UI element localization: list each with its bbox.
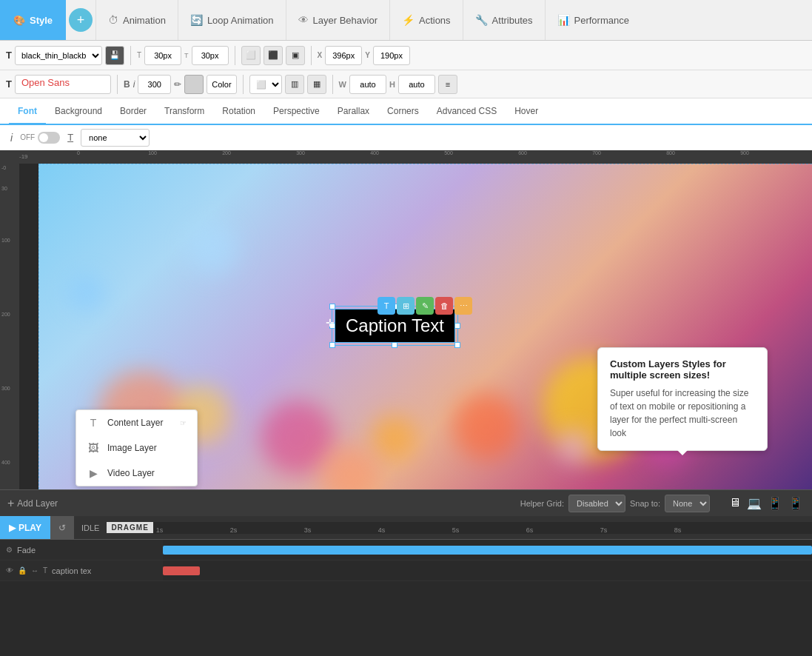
align-btn-3[interactable]: ▦ bbox=[307, 75, 326, 94]
handle-br[interactable] bbox=[454, 342, 460, 348]
mobile-icon[interactable]: 📱 bbox=[787, 495, 805, 512]
ctx-image-icon: 🖼 bbox=[87, 442, 100, 454]
width-input[interactable] bbox=[349, 75, 386, 94]
ctx-content-label: Content Layer bbox=[107, 418, 163, 428]
track-fade-area[interactable] bbox=[163, 540, 812, 560]
ctx-content-layer[interactable]: T Content Layer ☞ bbox=[76, 410, 197, 435]
x-coord-input[interactable] bbox=[325, 46, 362, 65]
laptop-icon[interactable]: 💻 bbox=[745, 495, 763, 512]
toggle-track[interactable] bbox=[38, 132, 60, 144]
more-options-btn[interactable]: ≡ bbox=[438, 75, 457, 94]
time-5s: 5s bbox=[452, 526, 526, 534]
lock-icon[interactable]: 🔒 bbox=[18, 566, 27, 575]
tab-loop-animation[interactable]: 🔄 Loop Animation bbox=[178, 0, 286, 40]
time-7s: 7s bbox=[600, 526, 674, 534]
add-tab-button[interactable]: + bbox=[69, 8, 93, 32]
bold-label: B bbox=[124, 79, 130, 90]
handle-bm[interactable] bbox=[392, 342, 397, 348]
pencil-icon[interactable]: ✏ bbox=[174, 79, 181, 90]
tab-actions[interactable]: ⚡ Actions bbox=[389, 0, 463, 40]
tab-advanced-css[interactable]: Advanced CSS bbox=[428, 99, 506, 124]
canvas-area[interactable]: T ⊞ ✎ 🗑 ⋯ ✛ bbox=[38, 164, 812, 489]
float-edit-btn[interactable]: ✎ bbox=[416, 297, 434, 315]
font-name-display[interactable]: Open Sans bbox=[15, 75, 111, 94]
tab-corners[interactable]: Corners bbox=[378, 99, 428, 124]
float-delete-btn[interactable]: 🗑 bbox=[435, 297, 453, 315]
tab-hover[interactable]: Hover bbox=[506, 99, 547, 124]
bokeh-5 bbox=[453, 393, 520, 460]
tab-animation[interactable]: ⏱ Animation bbox=[95, 0, 178, 40]
save-button[interactable]: 💾 bbox=[105, 46, 124, 65]
color-swatch[interactable] bbox=[184, 75, 204, 94]
ctx-video-layer[interactable]: ▶ Video Layer bbox=[76, 461, 197, 486]
move-handle[interactable]: ✛ bbox=[326, 317, 335, 329]
helper-grid-label: Helper Grid: bbox=[520, 499, 564, 508]
tab-background[interactable]: Background bbox=[46, 99, 111, 124]
font-size-input-1[interactable] bbox=[144, 46, 181, 65]
color-btn[interactable]: Color bbox=[207, 75, 236, 94]
separator-6 bbox=[332, 75, 333, 94]
context-menu: T Content Layer ☞ 🖼 Image Layer ▶ Video … bbox=[76, 409, 198, 486]
font-family-select[interactable]: black_thin_blackb bbox=[15, 46, 102, 65]
snap-to-select[interactable]: None Grid bbox=[665, 495, 710, 512]
time-3s: 3s bbox=[304, 526, 378, 534]
tab-rotation[interactable]: Rotation bbox=[213, 99, 264, 124]
tab-layer-behavior[interactable]: 👁 Layer Behavior bbox=[286, 0, 389, 40]
y-coord-input[interactable] bbox=[373, 46, 410, 65]
on-off-toggle[interactable]: OFF bbox=[20, 132, 60, 144]
tablet-icon[interactable]: 📱 bbox=[766, 495, 784, 512]
tab-border[interactable]: Border bbox=[111, 99, 155, 124]
tab-actions-label: Actions bbox=[419, 15, 451, 26]
track-caption-area[interactable] bbox=[163, 560, 812, 580]
font-weight-input[interactable] bbox=[138, 75, 171, 94]
tab-animation-label: Animation bbox=[123, 15, 166, 26]
snap-to-label: Snap to: bbox=[630, 499, 660, 508]
tooltip-box: Custom Layers Styles for multiple screen… bbox=[597, 347, 768, 451]
handle-bl[interactable] bbox=[329, 342, 335, 348]
tab-font[interactable]: Font bbox=[9, 99, 46, 124]
float-text-btn[interactable]: T bbox=[378, 297, 395, 315]
desktop-icon[interactable]: 🖥 bbox=[728, 495, 742, 512]
align-right-btn[interactable]: ▣ bbox=[286, 46, 305, 65]
visibility-icon[interactable]: 👁 bbox=[6, 566, 13, 575]
font-name-text: Open Sans bbox=[21, 77, 70, 88]
tab-attributes-label: Attributes bbox=[492, 15, 533, 26]
history-button[interactable]: ↺ bbox=[50, 516, 74, 539]
tab-performance[interactable]: 📊 Performance bbox=[545, 0, 641, 40]
text-decoration-select[interactable]: none underline line-through bbox=[81, 129, 150, 147]
handle-mr[interactable] bbox=[454, 323, 460, 329]
float-toolbar: T ⊞ ✎ 🗑 ⋯ bbox=[378, 297, 472, 315]
track-fade-label: ⚙ Fade bbox=[0, 540, 163, 560]
layer-controls-bar: + Add Layer Helper Grid: Disabled Enable… bbox=[0, 489, 812, 516]
track-caption-text: caption tex bbox=[52, 566, 91, 575]
italic-toggle-btn[interactable]: i bbox=[10, 132, 13, 144]
toolbar-row-1: T black_thin_blackb 💾 T T ⬜ ⬛ ▣ X Y bbox=[0, 41, 812, 70]
add-layer-button[interactable]: + Add Layer bbox=[7, 497, 58, 510]
height-input[interactable] bbox=[398, 75, 435, 94]
align-btn-2[interactable]: ▥ bbox=[285, 75, 304, 94]
separator-4 bbox=[117, 75, 118, 94]
font-size-input-2[interactable] bbox=[192, 46, 229, 65]
play-button[interactable]: ▶ PLAY bbox=[0, 516, 50, 539]
tab-parallax[interactable]: Parallax bbox=[329, 99, 378, 124]
align-center-btn[interactable]: ⬛ bbox=[264, 46, 283, 65]
text-track-icon: T bbox=[43, 566, 47, 575]
toggle-thumb bbox=[39, 133, 48, 142]
align-select[interactable]: ⬜ bbox=[249, 75, 282, 94]
align-left-btn[interactable]: ⬜ bbox=[241, 46, 261, 65]
bokeh-12 bbox=[557, 430, 590, 463]
float-copy-btn[interactable]: ⊞ bbox=[397, 297, 415, 315]
attributes-icon: 🔧 bbox=[475, 14, 488, 26]
tab-perspective[interactable]: Perspective bbox=[264, 99, 329, 124]
top-nav: 🎨 Style + ⏱ Animation 🔄 Loop Animation 👁… bbox=[0, 0, 812, 41]
font-type-icon: T bbox=[6, 50, 12, 61]
helper-grid-select[interactable]: Disabled Enabled bbox=[568, 495, 625, 512]
group-icon[interactable]: ↔ bbox=[31, 566, 38, 575]
bokeh-4 bbox=[372, 415, 416, 460]
tab-attributes[interactable]: 🔧 Attributes bbox=[463, 0, 545, 40]
underline-button[interactable]: T bbox=[67, 132, 73, 143]
ctx-image-layer[interactable]: 🖼 Image Layer bbox=[76, 435, 197, 461]
style-tab[interactable]: 🎨 Style bbox=[0, 0, 66, 40]
float-more-btn[interactable]: ⋯ bbox=[454, 297, 472, 315]
tab-transform[interactable]: Transform bbox=[155, 99, 213, 124]
